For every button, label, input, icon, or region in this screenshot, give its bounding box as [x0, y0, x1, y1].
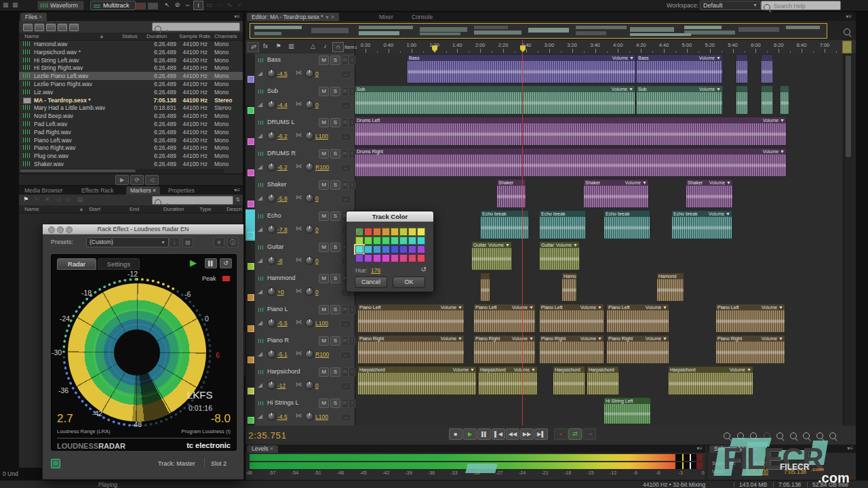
- add-marker-icon[interactable]: ⚑: [23, 196, 28, 203]
- track-mute-button[interactable]: M: [319, 149, 329, 159]
- pan-knob[interactable]: [305, 163, 314, 171]
- volume-knob[interactable]: [267, 225, 276, 234]
- marker-list-options-icon[interactable]: ⇅: [235, 197, 240, 203]
- column-header[interactable]: Duration: [163, 206, 184, 212]
- rack-effect-window[interactable]: Rack Effect - Loudness Radar EN Presets:…: [42, 224, 244, 480]
- zoom-button[interactable]: [827, 430, 838, 439]
- clip-volume-dropdown[interactable]: Volume ▼: [730, 367, 751, 373]
- track-color-chip[interactable]: [248, 417, 254, 424]
- track-color-chip[interactable]: [248, 138, 254, 145]
- track-volume-value[interactable]: -5.1: [277, 351, 288, 358]
- track-arm-button[interactable]: R: [342, 118, 349, 127]
- selected-color-swatch[interactable]: [355, 245, 363, 253]
- track-solo-button[interactable]: S: [330, 211, 340, 221]
- track-header[interactable]: ShakerMSRI◢-5.8⋈0↔: [255, 178, 355, 209]
- audio-clip[interactable]: HarpsichordVolume ▼: [478, 366, 538, 395]
- audio-clip[interactable]: Piano RightVolume ▼: [715, 335, 785, 364]
- track-header[interactable]: Hi Strings LMSRI◢-4.5⋈L100↔: [255, 396, 355, 426]
- clip-volume-dropdown[interactable]: Volume ▼: [488, 242, 510, 248]
- zoom-button[interactable]: [735, 430, 746, 439]
- file-row[interactable]: Shaker.wav6:26.48944100 HzMono: [19, 160, 243, 168]
- pan-knob[interactable]: [305, 225, 314, 234]
- dialog-title-bar[interactable]: Track Color: [347, 211, 433, 222]
- file-row[interactable]: Lezlie Piano Right.wav6:26.48944100 HzMo…: [19, 80, 243, 88]
- prev-button[interactable]: ▌◀: [492, 428, 505, 440]
- record-button[interactable]: ●: [554, 428, 568, 440]
- sort-icon[interactable]: ▲: [79, 206, 84, 212]
- audio-clip[interactable]: [480, 272, 490, 302]
- track-solo-button[interactable]: S: [330, 305, 340, 314]
- file-row[interactable]: Mary Had a Little Lamb.wav0:18.83144100 …: [19, 104, 243, 112]
- track-arm-button[interactable]: R: [342, 149, 349, 159]
- track-solo-button[interactable]: S: [330, 336, 340, 346]
- panel-menu-icon[interactable]: ▾≡: [234, 187, 240, 193]
- tool-icon[interactable]: ⇔: [183, 1, 192, 9]
- playhead[interactable]: [522, 40, 523, 426]
- track-solo-button[interactable]: S: [330, 399, 340, 408]
- fx-icon[interactable]: fx: [260, 42, 271, 51]
- clip-volume-dropdown[interactable]: Volume ▼: [441, 336, 462, 342]
- tool-icon-disabled[interactable]: ∿: [225, 1, 234, 9]
- color-swatch[interactable]: [417, 228, 425, 236]
- window-minimize-icon[interactable]: [57, 226, 64, 233]
- track-mute-button[interactable]: M: [319, 274, 329, 283]
- clip-volume-dropdown[interactable]: Volume ▼: [514, 367, 536, 373]
- track-name[interactable]: DRUMS R: [267, 150, 296, 157]
- track-volume-value[interactable]: -8: [277, 258, 283, 264]
- color-swatch[interactable]: [399, 254, 408, 262]
- track-solo-button[interactable]: S: [330, 149, 340, 159]
- file-tool-icon[interactable]: [58, 24, 67, 31]
- help-search-input[interactable]: [772, 1, 838, 10]
- track-volume-value[interactable]: -5.8: [277, 195, 288, 202]
- marker-tool-icon[interactable]: ✕: [45, 196, 50, 203]
- volume-knob[interactable]: [267, 412, 276, 421]
- column-header[interactable]: Sample Rate: [179, 33, 210, 39]
- markers-search[interactable]: ▾: [152, 196, 233, 205]
- track-volume-value[interactable]: -7.8: [277, 226, 288, 233]
- track-color-chip[interactable]: [248, 325, 254, 332]
- column-header[interactable]: Name: [24, 206, 39, 212]
- stretch-button[interactable]: ↔: [340, 133, 351, 141]
- pan-knob[interactable]: [305, 381, 314, 390]
- file-row[interactable]: Piano Left.wav6:26.48944100 HzMono: [19, 136, 243, 144]
- color-swatch[interactable]: [391, 237, 399, 245]
- clip-lane[interactable]: SubVolume ▼SubVolume ▼: [355, 85, 841, 116]
- track-mute-button[interactable]: M: [319, 211, 329, 221]
- tab-markers[interactable]: Markers ×: [126, 186, 160, 195]
- audio-clip[interactable]: [761, 85, 773, 115]
- track-name[interactable]: Shaker: [267, 181, 287, 188]
- track-mute-button[interactable]: M: [319, 118, 329, 127]
- track-pan-value[interactable]: 0: [315, 70, 319, 77]
- tool-icon[interactable]: ↖: [163, 1, 172, 9]
- column-header[interactable]: End: [130, 206, 139, 212]
- metronome-icon[interactable]: ▥: [286, 42, 296, 51]
- track-color-chip[interactable]: [248, 232, 254, 239]
- track-solo-button[interactable]: S: [330, 56, 340, 65]
- clip-volume-dropdown[interactable]: Volume ▼: [580, 304, 602, 310]
- file-row[interactable]: Liz.wav6:26.48944100 HzMono: [19, 88, 243, 96]
- file-row[interactable]: Hi String Left.wav6:26.48944100 HzMono: [19, 56, 243, 64]
- clip-volume-dropdown[interactable]: Volume ▼: [646, 304, 667, 310]
- track-volume-value[interactable]: -12: [277, 382, 285, 389]
- volume-knob[interactable]: [267, 319, 276, 327]
- timeline-ruler[interactable]: 0:200:401:001:201:402:002:202:403:003:20…: [355, 40, 842, 54]
- files-search[interactable]: ▾: [152, 22, 240, 31]
- tab-media-browser[interactable]: Media Browser: [20, 186, 67, 195]
- audio-clip[interactable]: Piano LeftVolume ▼: [539, 304, 604, 333]
- multitrack-button[interactable]: Multitrack: [90, 1, 136, 10]
- info-icon[interactable]: ⓘ: [227, 237, 238, 247]
- tab-levels[interactable]: Levels ×: [247, 445, 278, 453]
- clip-volume-dropdown[interactable]: Volume ▼: [762, 336, 783, 342]
- track-name[interactable]: Bass: [267, 56, 281, 63]
- rewind-button[interactable]: ◀◀: [506, 428, 519, 440]
- app-icon[interactable]: ▦: [12, 1, 18, 8]
- audio-clip[interactable]: Hamond: [656, 272, 684, 302]
- clip-volume-dropdown[interactable]: Volume ▼: [763, 148, 785, 155]
- column-header[interactable]: Status: [122, 33, 138, 39]
- audio-clip[interactable]: GuitarVolume ▼: [539, 241, 580, 270]
- files-hscrollbar[interactable]: [20, 169, 224, 173]
- column-header[interactable]: Name: [24, 33, 39, 39]
- color-swatch[interactable]: [382, 245, 390, 253]
- help-search[interactable]: [761, 1, 841, 10]
- pan-knob[interactable]: [305, 194, 314, 203]
